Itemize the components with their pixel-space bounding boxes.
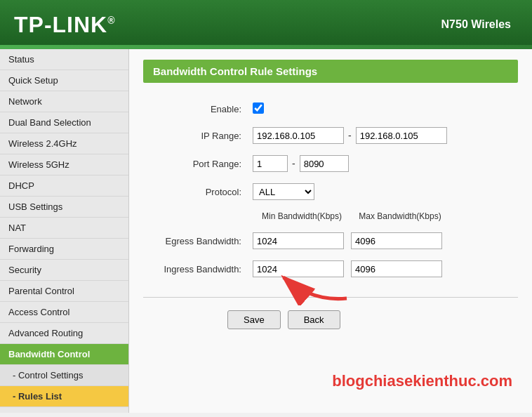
egress-row: Egress Bandwidth: xyxy=(143,227,518,255)
header: TP-LINK® N750 Wireles xyxy=(0,0,532,49)
sidebar-item-quick-setup[interactable]: Quick Setup xyxy=(0,70,128,91)
main-layout: StatusQuick SetupNetworkDual Band Select… xyxy=(0,49,532,413)
sidebar-item-bw-control[interactable]: Bandwidth Control xyxy=(0,344,128,365)
ingress-min-input[interactable] xyxy=(253,260,344,277)
max-bw-header: Max Bandwidth(Kbps) xyxy=(351,211,449,221)
enable-checkbox[interactable] xyxy=(253,102,264,114)
bw-headers: Min Bandwidth(Kbps) Max Bandwidth(Kbps) xyxy=(253,211,514,221)
egress-min-input[interactable] xyxy=(253,232,344,249)
sidebar-item-status[interactable]: Status xyxy=(0,49,128,70)
port-range-sep: - xyxy=(292,158,295,169)
sidebar-item-dual-band[interactable]: Dual Band Selection xyxy=(0,112,128,133)
sidebar-item-wireless-5[interactable]: Wireless 5GHz xyxy=(0,154,128,176)
ip-range-label: IP Range: xyxy=(143,121,248,150)
form-table: Enable: IP Range: - xyxy=(143,97,518,283)
port-range-row: Port Range: - xyxy=(143,150,518,178)
port-range-label: Port Range: xyxy=(143,150,248,178)
save-button[interactable]: Save xyxy=(227,310,281,329)
egress-label: Egress Bandwidth: xyxy=(143,227,248,255)
back-button[interactable]: Back xyxy=(288,310,340,329)
enable-label: Enable: xyxy=(143,97,248,121)
main-content: Bandwidth Control Rule Settings Enable: … xyxy=(129,49,532,413)
sidebar-item-ip-mac[interactable]: IP & MAC Binding xyxy=(0,407,128,413)
bw-headers-row: Min Bandwidth(Kbps) Max Bandwidth(Kbps) xyxy=(143,206,518,227)
sidebar: StatusQuick SetupNetworkDual Band Select… xyxy=(0,49,129,413)
logo-text: TP-LINK xyxy=(14,12,107,37)
sidebar-item-control-settings[interactable]: - Control Settings xyxy=(0,365,128,386)
sidebar-item-usb[interactable]: USB Settings xyxy=(0,197,128,218)
sidebar-item-nat[interactable]: NAT xyxy=(0,218,128,239)
button-row: Save Back xyxy=(143,310,518,329)
protocol-label: Protocol: xyxy=(143,178,248,206)
egress-inputs xyxy=(253,232,514,249)
protocol-select[interactable]: ALL TCP UDP TCP/UDP xyxy=(253,183,314,200)
sidebar-item-dhcp[interactable]: DHCP xyxy=(0,176,128,197)
ip-range-sep: - xyxy=(348,130,352,141)
ip-from-input[interactable] xyxy=(253,127,344,144)
ip-range-group: - xyxy=(253,127,514,144)
sidebar-item-parental[interactable]: Parental Control xyxy=(0,281,128,302)
port-range-group: - xyxy=(253,155,514,172)
logo-sup: ® xyxy=(107,15,115,26)
ip-to-input[interactable] xyxy=(356,127,447,144)
ip-range-row: IP Range: - xyxy=(143,121,518,150)
divider xyxy=(143,297,518,298)
port-to-input[interactable] xyxy=(300,155,349,172)
logo: TP-LINK® xyxy=(14,12,116,38)
protocol-row: Protocol: ALL TCP UDP TCP/UDP xyxy=(143,178,518,206)
egress-max-input[interactable] xyxy=(351,232,442,249)
model-name: N750 Wireles xyxy=(441,18,511,31)
page-title: Bandwidth Control Rule Settings xyxy=(143,60,518,83)
sidebar-item-access[interactable]: Access Control xyxy=(0,302,128,323)
sidebar-item-security[interactable]: Security xyxy=(0,260,128,281)
ingress-label: Ingress Bandwidth: xyxy=(143,255,248,283)
min-bw-header: Min Bandwidth(Kbps) xyxy=(253,211,351,221)
sidebar-item-network[interactable]: Network xyxy=(0,91,128,112)
sidebar-item-rules-list[interactable]: - Rules List xyxy=(0,386,128,407)
ingress-row: Ingress Bandwidth: xyxy=(143,255,518,283)
sidebar-item-wireless-24[interactable]: Wireless 2.4GHz xyxy=(0,133,128,154)
sidebar-item-forwarding[interactable]: Forwarding xyxy=(0,239,128,260)
ingress-inputs xyxy=(253,260,514,277)
port-from-input[interactable] xyxy=(253,155,288,172)
ingress-max-input[interactable] xyxy=(351,260,442,277)
sidebar-item-adv-routing[interactable]: Advanced Routing xyxy=(0,323,128,344)
enable-row: Enable: xyxy=(143,97,518,121)
